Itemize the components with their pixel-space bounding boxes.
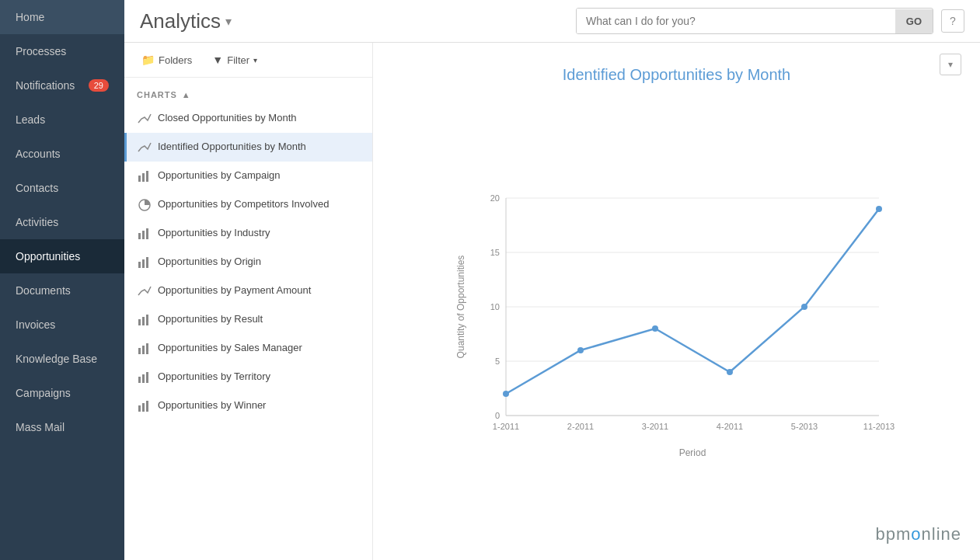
left-panel: 📁 Folders ▼ Filter ▾ CHARTS ▲ Closed Opp… (124, 43, 373, 560)
folder-icon: 📁 (141, 54, 155, 66)
svg-rect-7 (138, 262, 141, 268)
sidebar-item-label: Activities (16, 216, 58, 228)
chart-type-icon (138, 256, 152, 270)
search-go-button[interactable]: GO (895, 9, 933, 33)
filter-icon: ▼ (212, 54, 223, 66)
sidebar-item-contacts[interactable]: Contacts (0, 171, 124, 205)
chart-item-label: Opportunities by Origin (158, 255, 261, 269)
folders-button[interactable]: 📁 Folders (137, 50, 197, 69)
chart-item-label: Opportunities by Campaign (158, 169, 281, 183)
chart-type-icon (138, 227, 152, 241)
sidebar-item-leads[interactable]: Leads (0, 103, 124, 137)
chart-item-by-industry[interactable]: Opportunities by Industry (124, 219, 372, 248)
filter-arrow: ▾ (253, 56, 257, 64)
svg-rect-4 (138, 233, 141, 239)
chart-item-closed-by-month[interactable]: Closed Opportunities by Month (124, 104, 372, 133)
help-button[interactable]: ? (941, 9, 964, 33)
charts-section: CHARTS ▲ Closed Opportunities by MonthId… (124, 78, 372, 428)
svg-rect-13 (138, 348, 141, 354)
chart-type-icon (138, 284, 152, 298)
sidebar-item-accounts[interactable]: Accounts (0, 137, 124, 171)
sidebar-item-campaigns[interactable]: Campaigns (0, 376, 124, 410)
chart-item-by-origin[interactable]: Opportunities by Origin (124, 248, 372, 277)
logo-before: bpm (875, 524, 911, 544)
sidebar-item-label: Home (16, 11, 44, 23)
filter-label: Filter (227, 54, 249, 66)
chart-item-by-campaign[interactable]: Opportunities by Campaign (124, 162, 372, 190)
sidebar-item-processes[interactable]: Processes (0, 34, 124, 68)
sidebar-item-activities[interactable]: Activities (0, 205, 124, 239)
svg-text:11-2013: 11-2013 (863, 422, 894, 431)
svg-rect-9 (146, 257, 148, 268)
chart-item-identified-by-month[interactable]: Identified Opportunities by Month (124, 133, 372, 162)
svg-rect-20 (142, 403, 145, 412)
svg-point-36 (652, 325, 658, 332)
chart-type-icon (138, 141, 152, 155)
sidebar-item-notifications[interactable]: Notifications29 (0, 68, 124, 103)
svg-rect-19 (138, 405, 141, 412)
sidebar-item-invoices[interactable]: Invoices (0, 308, 124, 342)
svg-rect-0 (138, 176, 141, 182)
chart-item-by-territory[interactable]: Opportunities by Territory (124, 363, 372, 391)
svg-text:10: 10 (490, 302, 499, 311)
svg-rect-6 (146, 228, 148, 239)
line-chart: 051015201-20112-20113-20114-20115-201311… (452, 183, 902, 462)
page-title: Analytics ▾ (140, 9, 232, 33)
svg-point-39 (876, 206, 882, 212)
chart-dropdown-button[interactable]: ▾ (940, 54, 961, 75)
chart-type-icon (138, 342, 152, 356)
sidebar: HomeProcessesNotifications29LeadsAccount… (0, 0, 124, 560)
folders-label: Folders (159, 54, 192, 66)
chart-item-by-winner[interactable]: Opportunities by Winner (124, 391, 372, 420)
svg-rect-10 (138, 319, 141, 325)
chart-type-icon (138, 169, 152, 183)
sidebar-item-label: Contacts (16, 182, 58, 194)
svg-point-37 (727, 369, 733, 375)
sidebar-item-home[interactable]: Home (0, 0, 124, 34)
chart-item-by-payment[interactable]: Opportunities by Payment Amount (124, 277, 372, 305)
chart-item-label: Opportunities by Competitors Involved (158, 197, 329, 211)
chart-item-label: Opportunities by Winner (158, 398, 266, 412)
sidebar-item-label: Invoices (16, 318, 55, 331)
svg-text:Quantity of Opportunities: Quantity of Opportunities (455, 255, 466, 358)
logo-after: nline (922, 524, 961, 544)
search-bar: GO (576, 8, 933, 34)
sidebar-item-opportunities[interactable]: Opportunities (0, 239, 124, 273)
logo-accent: o (911, 524, 921, 544)
svg-text:5-2013: 5-2013 (790, 422, 817, 431)
chart-area: ▾ Identified Opportunities by Month 0510… (373, 43, 980, 560)
svg-rect-16 (138, 377, 141, 383)
svg-rect-17 (142, 374, 145, 383)
chart-item-by-competitors[interactable]: Opportunities by Competitors Involved (124, 190, 372, 219)
sidebar-item-label: Documents (16, 284, 71, 297)
chart-item-by-sales-manager[interactable]: Opportunities by Sales Manager (124, 334, 372, 363)
sidebar-item-label: Knowledge Base (16, 353, 97, 365)
chart-type-icon (138, 313, 152, 327)
svg-text:Period: Period (678, 447, 706, 458)
chart-item-label: Identified Opportunities by Month (158, 140, 306, 154)
filter-button[interactable]: ▼ Filter ▾ (208, 50, 262, 69)
svg-point-38 (801, 304, 807, 310)
svg-rect-2 (146, 171, 148, 182)
svg-text:20: 20 (490, 193, 499, 203)
sidebar-item-mass-mail[interactable]: Mass Mail (0, 410, 124, 444)
chart-item-label: Opportunities by Result (158, 312, 263, 326)
main-area: Analytics ▾ GO ? 📁 Folders ▼ Filter ▾ (124, 0, 980, 560)
search-input[interactable] (577, 9, 895, 33)
chart-item-label: Closed Opportunities by Month (158, 111, 296, 125)
chart-item-label: Opportunities by Sales Manager (158, 341, 302, 355)
charts-header-text: CHARTS (137, 90, 177, 99)
svg-text:15: 15 (490, 248, 499, 257)
notification-badge: 29 (89, 79, 109, 92)
sidebar-item-knowledge-base[interactable]: Knowledge Base (0, 342, 124, 376)
sidebar-item-label: Opportunities (16, 250, 80, 263)
sidebar-item-documents[interactable]: Documents (0, 273, 124, 308)
page-title-dropdown-arrow[interactable]: ▾ (225, 14, 232, 29)
svg-text:4-2011: 4-2011 (716, 422, 742, 431)
sidebar-item-label: Processes (16, 45, 66, 57)
charts-collapse-icon[interactable]: ▲ (182, 90, 191, 99)
chart-item-by-result[interactable]: Opportunities by Result (124, 305, 372, 334)
svg-rect-8 (142, 259, 145, 268)
svg-rect-12 (146, 315, 148, 325)
svg-rect-14 (142, 346, 145, 354)
